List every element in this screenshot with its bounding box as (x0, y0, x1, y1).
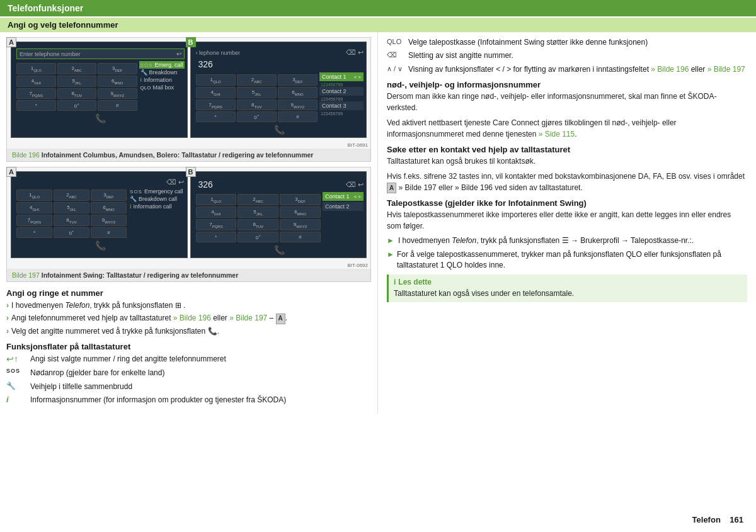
key-197-b-4[interactable]: 4GHI (196, 207, 237, 218)
key-197-a-1[interactable]: 1QLO (16, 190, 52, 201)
func-text-breakdown: Veihjelp i tilfelle sammenbrudd (30, 382, 132, 392)
contact-1[interactable]: Contact 1 < > (319, 72, 364, 81)
info-box-title: iLes dette (394, 278, 742, 286)
key-197-b-3[interactable]: 3DEF (280, 194, 321, 205)
menu-emerg-call[interactable]: SOS Emerg. call (139, 61, 185, 69)
key-197-a-7[interactable]: 7PQRS (16, 215, 52, 226)
key-b-3[interactable]: 3DEF (278, 74, 318, 86)
key-b-7[interactable]: 7PQRS (196, 99, 236, 111)
key-7[interactable]: 7PQRS (16, 88, 56, 99)
call-button-b-197[interactable]: 📞 (274, 245, 285, 255)
key-197-b-6[interactable]: 6MNO (280, 207, 321, 218)
prev-contact[interactable]: < (354, 74, 357, 80)
key-197-b-star[interactable]: * (196, 232, 237, 242)
key-0[interactable]: 0+ (57, 100, 97, 111)
next-contact-197[interactable]: > (358, 194, 361, 200)
link-196-2[interactable]: » Bilde 196 (173, 314, 211, 322)
menu-information[interactable]: i Information (139, 76, 185, 84)
link-197-2[interactable]: » Bilde 197 (229, 314, 267, 322)
box-a-soke: A (387, 183, 396, 193)
arrow-sym: ∧ / ∨ (387, 64, 404, 74)
key-197-b-0[interactable]: 0+ (238, 232, 278, 242)
key-b-4[interactable]: 4GHI (196, 87, 236, 98)
menu-breakdown-label: Breakdown (149, 69, 178, 76)
delete-btn-b-197[interactable]: ⌫ ↩ (346, 181, 364, 189)
soke-section: Søke etter en kontakt ved hjelp av tallt… (387, 145, 747, 193)
contact-3[interactable]: Contact 3 (319, 101, 364, 110)
key-197-a-2[interactable]: 2ABC (54, 190, 89, 201)
link-196-arrow[interactable]: » Bilde 196 (651, 65, 689, 74)
key-197-a-6[interactable]: 6MNO (91, 202, 127, 213)
key-197-a-star[interactable]: * (16, 227, 52, 238)
key-197-b-7[interactable]: 7PQRS (196, 219, 237, 230)
delete-btn-b[interactable]: ⌫ ↩ (346, 48, 364, 57)
call-button-b[interactable]: 📞 (274, 125, 285, 135)
key-star[interactable]: * (16, 100, 56, 111)
key-9[interactable]: 9WXYZ (98, 88, 137, 99)
del-a-197[interactable]: ⌫ ↩ (166, 178, 184, 186)
prev-contact-197[interactable]: < (354, 194, 357, 200)
menu-breakdown-197-label: Breakdown call (139, 196, 177, 202)
key-197-b-5[interactable]: 5JKL (238, 207, 278, 218)
wrench-symbol: 🔧 (6, 382, 25, 390)
func-item-call: ↩↑ Angi sist valgte nummer / ring det an… (6, 354, 371, 365)
key-b-9[interactable]: 9WXYZ (278, 99, 318, 111)
key-197-a-0[interactable]: 0+ (54, 227, 89, 238)
key-b-0[interactable]: 0+ (237, 111, 277, 122)
footer-page: 161 (730, 515, 743, 524)
key-197-b-1[interactable]: 1QLO (196, 194, 237, 205)
link-side-115[interactable]: » Side 115 (539, 130, 575, 139)
key-197-a-9[interactable]: 9WXYZ (91, 215, 127, 226)
key-b-1[interactable]: 1QLO (196, 74, 236, 86)
key-4[interactable]: 4GHI (16, 76, 56, 87)
angi-text-3: Velg det angitte nummeret ved å trykke p… (11, 326, 219, 337)
back-arrow: ↩ (176, 50, 181, 57)
panel-a-label: A (6, 37, 16, 47)
call-button-a[interactable]: 📞 (95, 113, 106, 123)
nod-body-2-suffix: . (575, 130, 576, 139)
key-197-a-3[interactable]: 3DEF (91, 190, 127, 201)
key-6[interactable]: 6MNO (98, 76, 137, 87)
key-197-b-9[interactable]: 9WXYZ (280, 219, 321, 230)
call-button-a-197[interactable]: 📞 (95, 241, 106, 251)
key-b-5[interactable]: 5JKL (237, 87, 277, 98)
key-5[interactable]: 5JKL (57, 76, 97, 87)
contact-2-197[interactable]: Contact 2 (323, 202, 364, 211)
key-hash[interactable]: # (98, 100, 137, 111)
key-b-6[interactable]: 6MNO (278, 87, 318, 98)
key-1[interactable]: 1QLO (16, 63, 56, 74)
next-contact[interactable]: > (358, 74, 361, 80)
menu-info-197[interactable]: i Information call (129, 203, 184, 210)
sos-icon-197: SOS (130, 189, 142, 195)
key-197-b-hash[interactable]: # (280, 232, 321, 242)
nod-body-1: Dersom man ikke kan ringe nød-, veihjelp… (387, 91, 747, 113)
key-197-a-4[interactable]: 4GHI (16, 202, 52, 213)
key-197-a-8[interactable]: 8TUV (54, 215, 89, 226)
key-b-star[interactable]: * (196, 111, 236, 122)
key-8[interactable]: 8TUV (57, 88, 97, 99)
menu-mailbox[interactable]: QLO Mail box (139, 84, 185, 91)
key-b-8[interactable]: 8TUV (237, 99, 277, 111)
contact-2[interactable]: Contact 2 (319, 87, 364, 96)
contact-1-197[interactable]: Contact 1 < > (323, 192, 364, 201)
menu-breakdown[interactable]: 🔧 Breakdown (139, 69, 185, 76)
key-197-a-5[interactable]: 5JKL (54, 202, 89, 213)
func-text-info: Informasjonsnummer (for informasjon om p… (30, 395, 286, 405)
key-2[interactable]: 2ABC (57, 63, 97, 74)
link-197-arrow[interactable]: » Bilde 197 (707, 65, 745, 74)
input-bar-a[interactable]: Enter telephone number ↩ (16, 48, 185, 59)
key-197-a-hash[interactable]: # (91, 227, 127, 238)
call-symbol: ↩↑ (6, 354, 25, 364)
key-197-b-2[interactable]: 2ABC (238, 194, 278, 205)
key-b-2[interactable]: 2ABC (237, 74, 277, 86)
section-title: Telefonfunksjoner (0, 0, 756, 16)
key-197-b-8[interactable]: 8TUV (238, 219, 278, 230)
key-3[interactable]: 3DEF (98, 63, 137, 74)
sub-section-title: Angi og velg telefonnummer (0, 18, 756, 32)
arrow-desc: Visning av funksjonsflater < / > for fly… (408, 64, 745, 75)
func-text-call: Angi sist valgte nummer / ring det angit… (30, 354, 226, 365)
menu-breakdown-197[interactable]: 🔧 Breakdown call (129, 195, 184, 203)
key-b-hash[interactable]: # (278, 111, 318, 122)
menu-emerg-197[interactable]: SOS Emergency call (129, 188, 184, 195)
footer-spacer (723, 515, 730, 524)
